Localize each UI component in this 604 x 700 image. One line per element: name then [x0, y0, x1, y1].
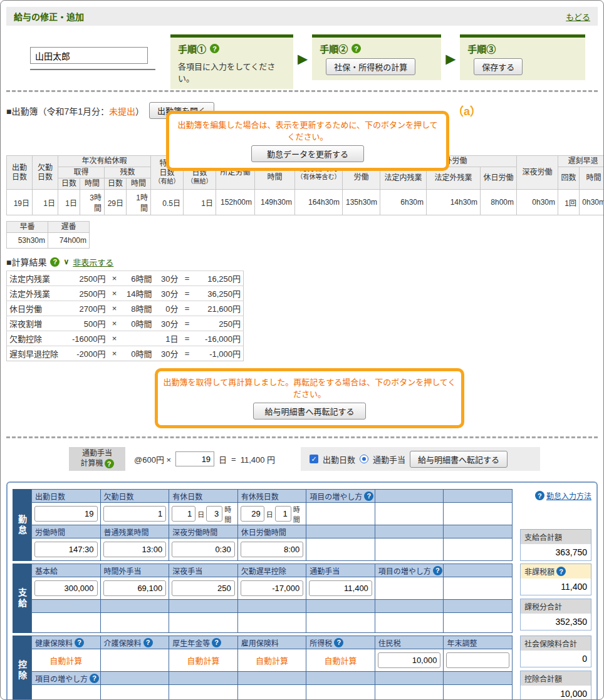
- col-header: 時間: [580, 167, 604, 190]
- cell: 135h30m: [343, 190, 380, 215]
- col-header: 時間: [80, 178, 105, 190]
- col-header: 健康保険料?: [32, 636, 101, 649]
- commute-allowance-input[interactable]: [309, 580, 372, 596]
- step2-title: 手順②: [320, 42, 348, 55]
- page-title: 給与の修正・追加: [14, 10, 84, 23]
- attendance-days-checkbox[interactable]: ✓: [310, 455, 318, 463]
- col-header: 日数: [105, 178, 127, 190]
- titlebar: 給与の修正・追加 もどる: [6, 7, 598, 26]
- holiday-work-hours-input[interactable]: [241, 542, 304, 557]
- col-header: 出勤日数: [32, 490, 101, 503]
- help-icon[interactable]: ?: [334, 638, 343, 647]
- cell: 1日: [58, 190, 80, 215]
- col-header: 深夜手当: [169, 564, 238, 577]
- calc-result-heading: ■計算結果 ? ∨ 非表示する: [6, 255, 598, 268]
- col-header: [101, 600, 170, 613]
- night-allowance-input[interactable]: [172, 580, 235, 596]
- update-attendance-data-button[interactable]: 勤怠データを更新する: [251, 145, 364, 162]
- attendance-book-section: ■出勤簿（令和7年1月分：未提出） 出勤簿を開く 出勤簿を編集した場合は、表示を…: [6, 100, 598, 155]
- cell: 1日: [184, 190, 216, 215]
- col-header: 年末調整: [444, 636, 513, 649]
- help-icon[interactable]: ?: [351, 44, 361, 53]
- transfer-to-payslip-button[interactable]: 給与明細書へ転記する: [410, 451, 508, 468]
- help-icon[interactable]: ?: [556, 567, 566, 576]
- cell: 0h30m: [580, 190, 604, 215]
- work-hours-input[interactable]: [34, 542, 98, 557]
- help-icon[interactable]: ?: [50, 257, 60, 267]
- commute-rate: @600円 ×: [134, 453, 171, 465]
- cell: 14h30m: [427, 190, 481, 215]
- kintai-input-help-link[interactable]: 勤怠入力方法: [546, 490, 591, 501]
- help-icon[interactable]: ?: [433, 566, 442, 575]
- help-icon[interactable]: ?: [535, 491, 544, 500]
- calc-tax-button[interactable]: 社保・所得税の計算: [326, 58, 415, 75]
- hide-link[interactable]: 非表示する: [73, 256, 113, 268]
- table-row: 19日 1日 1日 3時間 29日 1時間 0.5日 1日 152h00m 14…: [7, 190, 604, 215]
- cell: 1日: [33, 190, 58, 215]
- overtime-allowance-input[interactable]: [103, 580, 167, 596]
- col-header: 休日労働: [481, 167, 517, 190]
- kintai-section: 勤怠 出勤日数 欠勤日数 有休日数 有休残日数 項目の増やし方? 日時間 日時間…: [13, 489, 591, 561]
- cell: 149h30m: [255, 190, 295, 215]
- col-header: 深夜労働: [517, 156, 558, 190]
- step1-text: 各項目に入力をしてください。: [178, 60, 286, 84]
- col-header: 遅刻早退: [558, 156, 604, 167]
- col-header: [169, 672, 238, 685]
- arrow-right-icon: ▶: [298, 52, 308, 65]
- nontaxable-value: 11,400: [521, 579, 591, 595]
- absence-deduction-input[interactable]: [241, 580, 304, 596]
- base-salary-input[interactable]: [34, 580, 98, 596]
- help-icon[interactable]: ?: [210, 44, 219, 53]
- save-button[interactable]: 保存する: [474, 58, 523, 75]
- help-icon[interactable]: ?: [364, 492, 373, 501]
- overtime-hours-input[interactable]: [103, 542, 167, 557]
- step1-title: 手順①: [178, 42, 206, 55]
- col-header: 雇用保険料: [238, 636, 307, 649]
- year-end-adjustment-input[interactable]: [446, 652, 509, 668]
- night-work-hours-input[interactable]: [172, 542, 235, 557]
- deduction-total-label: 控除合計額: [521, 671, 591, 686]
- paid-leave-hours-input[interactable]: [206, 506, 222, 522]
- cell: 1時間: [127, 190, 151, 215]
- commute-days-input[interactable]: [175, 451, 214, 466]
- col-header: 住民税: [375, 636, 444, 649]
- employee-name-wrap: [30, 47, 155, 70]
- cell: 1回: [558, 190, 580, 215]
- nontaxable-label: 非課税額: [524, 566, 555, 577]
- koujo-section: 控除 健康保険料? 介護保険料? 厚生年金等? 雇用保険料 所得税? 住民税 年…: [13, 636, 591, 700]
- resident-tax-input[interactable]: [378, 652, 441, 668]
- payroll-edit-page: 給与の修正・追加 もどる 手順① ? 各項目に入力をしてください。 ▶ 手順② …: [0, 0, 604, 700]
- commute-allowance-radio[interactable]: [360, 455, 368, 463]
- cell: 3時間: [80, 190, 105, 215]
- col-header: 休日労働時間: [238, 525, 307, 538]
- back-link[interactable]: もどる: [566, 11, 590, 23]
- shift-table: 早番 遅番 53h30m 74h00m: [6, 221, 90, 249]
- absence-days-input[interactable]: [103, 506, 167, 522]
- care-insurance-cell: [101, 649, 170, 672]
- retranscribe-button[interactable]: 給与明細書へ再転記する: [253, 403, 366, 419]
- attendance-days-input[interactable]: [34, 506, 98, 522]
- col-header: 有休日数: [169, 490, 238, 503]
- employee-name-input[interactable]: [30, 47, 148, 64]
- help-icon[interactable]: ?: [90, 674, 99, 683]
- help-icon[interactable]: ?: [143, 638, 153, 647]
- employment-insurance-auto: 自動計算: [238, 649, 307, 672]
- step1-box: 手順① ? 各項目に入力をしてください。: [170, 34, 293, 89]
- cell: 0h30m: [517, 190, 558, 215]
- col-header: 時間: [127, 178, 151, 190]
- col-header: [444, 564, 513, 577]
- col-header: 残数: [105, 167, 151, 178]
- col-header: [375, 490, 444, 503]
- paid-leave-days-input[interactable]: [172, 506, 195, 522]
- update-notice-text: 出勤簿を編集した場合は、表示を更新するために、下のボタンを押してください。: [174, 118, 441, 142]
- payment-total-value: 363,750: [521, 544, 591, 560]
- annotation-a: （a）: [452, 102, 481, 118]
- paid-leave-remaining-hours-input[interactable]: [275, 506, 291, 522]
- help-icon[interactable]: ?: [75, 638, 84, 647]
- col-header: 時間外手当: [101, 564, 170, 577]
- step3-box: 手順③ 保存する: [460, 34, 585, 80]
- paid-leave-remaining-days-input[interactable]: [241, 506, 264, 522]
- help-icon[interactable]: ?: [212, 638, 221, 647]
- commute-calculator-label: 通勤手当 計算機?: [69, 447, 125, 471]
- help-icon[interactable]: ?: [105, 459, 114, 468]
